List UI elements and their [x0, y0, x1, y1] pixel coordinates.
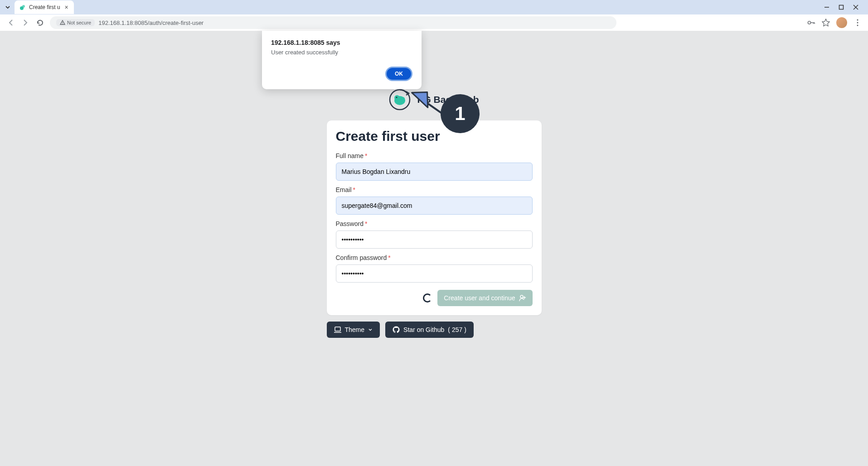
- chevron-down-icon: [368, 327, 373, 332]
- svg-point-14: [857, 25, 858, 26]
- required-asterisk: *: [388, 254, 390, 261]
- full-name-input[interactable]: [336, 163, 533, 181]
- page-title: Create first user: [336, 129, 533, 144]
- page-content: 192.168.1.18:8085 says User created succ…: [0, 31, 868, 466]
- email-input[interactable]: [336, 197, 533, 215]
- tab-close-icon[interactable]: ×: [63, 4, 70, 11]
- svg-point-13: [857, 22, 858, 24]
- footer-buttons: Theme Star on Github ( 257 ): [327, 322, 542, 338]
- alert-ok-button[interactable]: OK: [385, 67, 412, 81]
- profile-avatar[interactable]: [836, 17, 847, 28]
- close-window-icon[interactable]: [853, 4, 859, 10]
- app-logo-icon: [389, 89, 411, 110]
- email-label: Email*: [336, 186, 533, 193]
- required-asterisk: *: [365, 220, 367, 227]
- url-text: 192.168.1.18:8085/auth/create-first-user: [98, 19, 204, 26]
- full-name-label: Full name*: [336, 152, 533, 159]
- password-label: Password*: [336, 220, 533, 227]
- maximize-icon[interactable]: [838, 4, 844, 10]
- alert-message: User created successfully: [271, 49, 412, 56]
- forward-button-icon[interactable]: [21, 18, 30, 27]
- laptop-icon: [334, 327, 341, 333]
- more-menu-icon[interactable]: [853, 19, 862, 27]
- security-label: Not secure: [67, 20, 91, 25]
- github-star-button[interactable]: Star on Github ( 257 ): [385, 322, 474, 338]
- alert-origin: 192.168.1.18:8085 says: [271, 39, 412, 46]
- warning-icon: [60, 20, 65, 25]
- tab-search-dropdown-icon[interactable]: [4, 3, 12, 11]
- confirm-password-input[interactable]: [336, 264, 533, 283]
- required-asterisk: *: [353, 186, 355, 193]
- svg-point-19: [400, 97, 405, 101]
- password-input[interactable]: [336, 231, 533, 249]
- minimize-icon[interactable]: [824, 4, 830, 10]
- required-asterisk: *: [365, 152, 367, 159]
- app-title: PG Back Web: [417, 94, 479, 105]
- svg-point-18: [396, 97, 398, 98]
- bookmark-star-icon[interactable]: [822, 19, 830, 27]
- browser-tab[interactable]: Create first u ×: [15, 0, 74, 14]
- create-user-button[interactable]: Create user and continue: [437, 290, 532, 306]
- confirm-password-label: Confirm password*: [336, 254, 533, 261]
- svg-rect-3: [839, 5, 844, 10]
- svg-point-8: [808, 21, 810, 24]
- js-alert-dialog: 192.168.1.18:8085 says User created succ…: [262, 31, 422, 89]
- reload-button-icon[interactable]: [35, 18, 44, 27]
- window-controls: [824, 4, 864, 10]
- create-user-card: Create first user Full name* Email* Pass…: [327, 120, 542, 315]
- back-button-icon[interactable]: [6, 18, 15, 27]
- address-bar[interactable]: Not secure 192.168.1.18:8085/auth/create…: [50, 16, 616, 29]
- svg-point-12: [857, 19, 858, 21]
- loading-spinner-icon: [423, 293, 432, 303]
- svg-point-20: [520, 295, 523, 298]
- github-icon: [393, 326, 400, 333]
- tab-favicon-icon: [19, 4, 26, 11]
- password-key-icon[interactable]: [807, 19, 815, 27]
- theme-selector-button[interactable]: Theme: [327, 322, 380, 338]
- app-header: PG Back Web: [389, 89, 479, 110]
- svg-point-7: [62, 24, 63, 24]
- svg-rect-23: [335, 327, 340, 331]
- security-badge[interactable]: Not secure: [56, 19, 95, 26]
- svg-point-1: [22, 5, 25, 8]
- browser-tab-strip: Create first u ×: [0, 0, 868, 14]
- tab-title: Create first u: [29, 4, 60, 10]
- browser-toolbar: Not secure 192.168.1.18:8085/auth/create…: [0, 14, 868, 31]
- user-plus-icon: [519, 294, 526, 302]
